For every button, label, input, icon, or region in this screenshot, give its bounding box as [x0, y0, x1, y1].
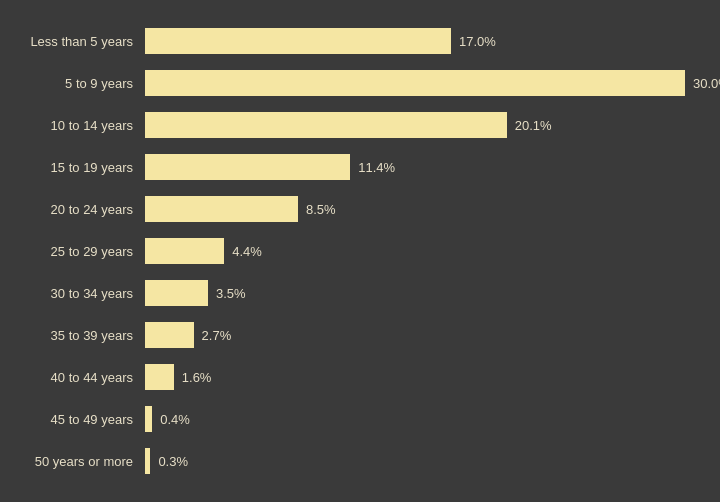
bar-row: 50 years or more0.3% [10, 442, 710, 480]
bar-area: 3.5% [145, 280, 710, 306]
bar-area: 0.3% [145, 448, 710, 474]
bar-value: 4.4% [232, 244, 262, 259]
bar-value: 1.6% [182, 370, 212, 385]
bar-row: 40 to 44 years1.6% [10, 358, 710, 396]
bar-area: 0.4% [145, 406, 710, 432]
bar-fill [145, 322, 194, 348]
bar-value: 0.4% [160, 412, 190, 427]
bar-area: 1.6% [145, 364, 710, 390]
bar-fill [145, 196, 298, 222]
bar-fill [145, 70, 685, 96]
bar-fill [145, 280, 208, 306]
bar-fill [145, 28, 451, 54]
bar-label: 25 to 29 years [10, 244, 145, 259]
bar-label: 5 to 9 years [10, 76, 145, 91]
bar-fill [145, 406, 152, 432]
bar-fill [145, 448, 150, 474]
bar-value: 0.3% [158, 454, 188, 469]
bar-area: 2.7% [145, 322, 710, 348]
bar-value: 8.5% [306, 202, 336, 217]
bar-fill [145, 238, 224, 264]
bar-label: 10 to 14 years [10, 118, 145, 133]
bar-label: 20 to 24 years [10, 202, 145, 217]
bar-row: 35 to 39 years2.7% [10, 316, 710, 354]
bar-row: 10 to 14 years20.1% [10, 106, 710, 144]
bar-label: 50 years or more [10, 454, 145, 469]
bar-area: 8.5% [145, 196, 710, 222]
bar-value: 17.0% [459, 34, 496, 49]
bar-fill [145, 112, 507, 138]
bar-area: 11.4% [145, 154, 710, 180]
bar-value: 3.5% [216, 286, 246, 301]
bar-value: 20.1% [515, 118, 552, 133]
bar-fill [145, 154, 350, 180]
bar-row: 15 to 19 years11.4% [10, 148, 710, 186]
bar-area: 20.1% [145, 112, 710, 138]
bar-area: 4.4% [145, 238, 710, 264]
bar-row: Less than 5 years17.0% [10, 22, 710, 60]
bar-fill [145, 364, 174, 390]
bar-value: 2.7% [202, 328, 232, 343]
bar-label: Less than 5 years [10, 34, 145, 49]
bar-row: 5 to 9 years30.0% [10, 64, 710, 102]
bar-label: 45 to 49 years [10, 412, 145, 427]
bar-row: 30 to 34 years3.5% [10, 274, 710, 312]
bar-label: 35 to 39 years [10, 328, 145, 343]
bar-label: 40 to 44 years [10, 370, 145, 385]
bar-row: 20 to 24 years8.5% [10, 190, 710, 228]
bar-chart: Less than 5 years17.0%5 to 9 years30.0%1… [0, 8, 720, 494]
bar-label: 15 to 19 years [10, 160, 145, 175]
bar-row: 25 to 29 years4.4% [10, 232, 710, 270]
bar-area: 17.0% [145, 28, 710, 54]
bar-label: 30 to 34 years [10, 286, 145, 301]
bar-row: 45 to 49 years0.4% [10, 400, 710, 438]
bar-value: 11.4% [358, 160, 395, 175]
bar-value: 30.0% [693, 76, 720, 91]
bar-area: 30.0% [145, 70, 720, 96]
